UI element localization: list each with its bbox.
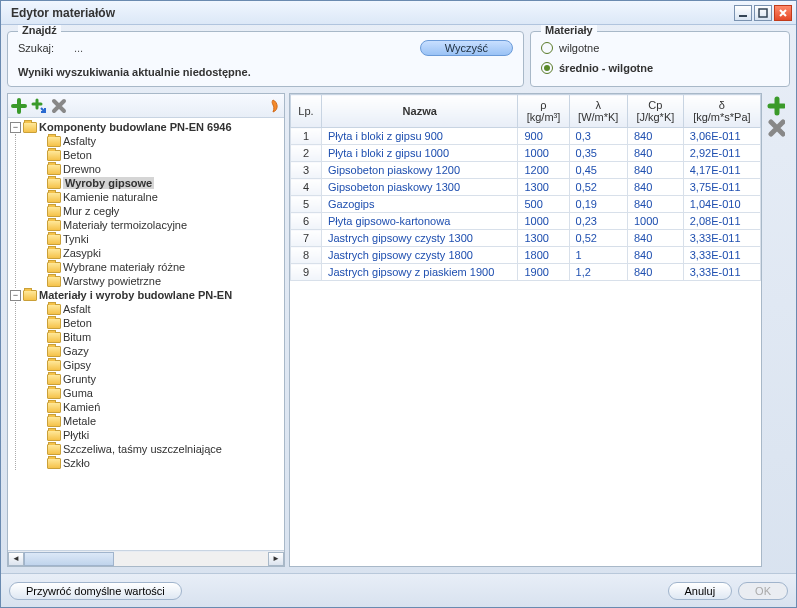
tree-item[interactable]: Gipsy — [34, 358, 282, 372]
cancel-button[interactable]: Anuluj — [668, 582, 733, 600]
tree-item[interactable]: Asfalty — [34, 134, 282, 148]
minimize-button[interactable] — [734, 5, 752, 21]
cell-delta[interactable]: 1,04E-010 — [683, 196, 760, 213]
tree-item[interactable]: Warstwy powietrzne — [34, 274, 282, 288]
tree-item[interactable]: Szczeliwa, taśmy uszczelniające — [34, 442, 282, 456]
table-row[interactable]: 8Jastrych gipsowy czysty 1800180018403,3… — [291, 247, 761, 264]
cell-name[interactable]: Gipsobeton piaskowy 1300 — [322, 179, 518, 196]
col-cp[interactable]: Cp[J/kg*K] — [627, 95, 683, 128]
cell-lambda[interactable]: 0,35 — [569, 145, 627, 162]
cell-name[interactable]: Płyta i bloki z gipsu 900 — [322, 128, 518, 145]
cell-cp[interactable]: 840 — [627, 162, 683, 179]
col-lp[interactable]: Lp. — [291, 95, 322, 128]
cell-delta[interactable]: 3,33E-011 — [683, 230, 760, 247]
tree-item[interactable]: Mur z cegły — [34, 204, 282, 218]
tree-item[interactable]: Wybrane materiały różne — [34, 260, 282, 274]
tree-item[interactable]: Bitum — [34, 330, 282, 344]
cell-rho[interactable]: 1900 — [518, 264, 569, 281]
col-rho[interactable]: ρ[kg/m³] — [518, 95, 569, 128]
cell-delta[interactable]: 2,08E-011 — [683, 213, 760, 230]
tree-item[interactable]: Wyroby gipsowe — [34, 176, 282, 190]
cell-lp[interactable]: 2 — [291, 145, 322, 162]
cell-lambda[interactable]: 0,52 — [569, 179, 627, 196]
tree-item[interactable]: Kamienie naturalne — [34, 190, 282, 204]
table-row[interactable]: 4Gipsobeton piaskowy 130013000,528403,75… — [291, 179, 761, 196]
cell-cp[interactable]: 840 — [627, 128, 683, 145]
col-delta[interactable]: δ[kg/m*s*Pa] — [683, 95, 760, 128]
tree-item[interactable]: Kamień — [34, 400, 282, 414]
cell-delta[interactable]: 3,33E-011 — [683, 264, 760, 281]
tree-item[interactable]: Tynki — [34, 232, 282, 246]
table-row[interactable]: 5Gazogips5000,198401,04E-010 — [291, 196, 761, 213]
table-row[interactable]: 3Gipsobeton piaskowy 120012000,458404,17… — [291, 162, 761, 179]
tree-scroll[interactable]: −Komponenty budowlane PN-EN 6946AsfaltyB… — [8, 118, 284, 550]
cell-rho[interactable]: 1200 — [518, 162, 569, 179]
fire-icon[interactable] — [264, 97, 282, 115]
cell-name[interactable]: Gipsobeton piaskowy 1200 — [322, 162, 518, 179]
cell-name[interactable]: Jastrych gipsowy czysty 1800 — [322, 247, 518, 264]
expand-toggle[interactable]: − — [10, 290, 21, 301]
tree-item[interactable]: Zasypki — [34, 246, 282, 260]
restore-defaults-button[interactable]: Przywróć domyślne wartości — [9, 582, 182, 600]
radio-srednio-wilgotne[interactable]: średnio - wilgotne — [541, 60, 779, 76]
delete-row-icon[interactable] — [767, 119, 785, 137]
cell-cp[interactable]: 840 — [627, 247, 683, 264]
expand-toggle[interactable]: − — [10, 122, 21, 133]
tree-item[interactable]: Materiały termoizolacyjne — [34, 218, 282, 232]
cell-cp[interactable]: 840 — [627, 196, 683, 213]
cell-name[interactable]: Płyta gipsowo-kartonowa — [322, 213, 518, 230]
cell-rho[interactable]: 900 — [518, 128, 569, 145]
clear-button[interactable]: Wyczyść — [420, 40, 513, 56]
col-lambda[interactable]: λ[W/m*K] — [569, 95, 627, 128]
cell-lp[interactable]: 7 — [291, 230, 322, 247]
cell-lambda[interactable]: 0,3 — [569, 128, 627, 145]
tree-root-materialy[interactable]: −Materiały i wyroby budowlane PN-EN — [10, 288, 282, 302]
cell-rho[interactable]: 1300 — [518, 230, 569, 247]
cell-name[interactable]: Gazogips — [322, 196, 518, 213]
cell-delta[interactable]: 2,92E-011 — [683, 145, 760, 162]
maximize-button[interactable] — [754, 5, 772, 21]
tree-item[interactable]: Drewno — [34, 162, 282, 176]
tree-hscrollbar[interactable]: ◄ ► — [8, 550, 284, 566]
cell-lp[interactable]: 6 — [291, 213, 322, 230]
cell-lambda[interactable]: 0,19 — [569, 196, 627, 213]
search-value[interactable]: ... — [74, 42, 414, 54]
cell-lambda[interactable]: 1 — [569, 247, 627, 264]
scroll-right-button[interactable]: ► — [268, 552, 284, 566]
radio-wilgotne[interactable]: wilgotne — [541, 40, 779, 56]
cell-rho[interactable]: 1000 — [518, 213, 569, 230]
cell-delta[interactable]: 3,75E-011 — [683, 179, 760, 196]
scroll-track[interactable] — [24, 552, 268, 566]
cell-name[interactable]: Jastrych gipsowy z piaskiem 1900 — [322, 264, 518, 281]
cell-cp[interactable]: 840 — [627, 179, 683, 196]
tree-item[interactable]: Metale — [34, 414, 282, 428]
scroll-thumb[interactable] — [24, 552, 114, 566]
cell-lp[interactable]: 4 — [291, 179, 322, 196]
add-child-icon[interactable] — [30, 97, 48, 115]
cell-cp[interactable]: 840 — [627, 230, 683, 247]
cell-lp[interactable]: 8 — [291, 247, 322, 264]
cell-lambda[interactable]: 0,45 — [569, 162, 627, 179]
tree-item[interactable]: Płytki — [34, 428, 282, 442]
col-name[interactable]: Nazwa — [322, 95, 518, 128]
table-row[interactable]: 9Jastrych gipsowy z piaskiem 190019001,2… — [291, 264, 761, 281]
cell-rho[interactable]: 500 — [518, 196, 569, 213]
cell-delta[interactable]: 3,06E-011 — [683, 128, 760, 145]
add-icon[interactable] — [10, 97, 28, 115]
cell-delta[interactable]: 3,33E-011 — [683, 247, 760, 264]
tree-item[interactable]: Gazy — [34, 344, 282, 358]
cell-cp[interactable]: 840 — [627, 264, 683, 281]
tree-item[interactable]: Grunty — [34, 372, 282, 386]
tree-item[interactable]: Beton — [34, 148, 282, 162]
tree-root-komponenty[interactable]: −Komponenty budowlane PN-EN 6946 — [10, 120, 282, 134]
close-button[interactable] — [774, 5, 792, 21]
tree-item[interactable]: Szkło — [34, 456, 282, 470]
cell-lp[interactable]: 3 — [291, 162, 322, 179]
add-row-icon[interactable] — [767, 97, 785, 115]
tree-item[interactable]: Beton — [34, 316, 282, 330]
table-row[interactable]: 7Jastrych gipsowy czysty 130013000,52840… — [291, 230, 761, 247]
table-row[interactable]: 6Płyta gipsowo-kartonowa10000,2310002,08… — [291, 213, 761, 230]
cell-lp[interactable]: 1 — [291, 128, 322, 145]
cell-lp[interactable]: 5 — [291, 196, 322, 213]
cell-rho[interactable]: 1300 — [518, 179, 569, 196]
